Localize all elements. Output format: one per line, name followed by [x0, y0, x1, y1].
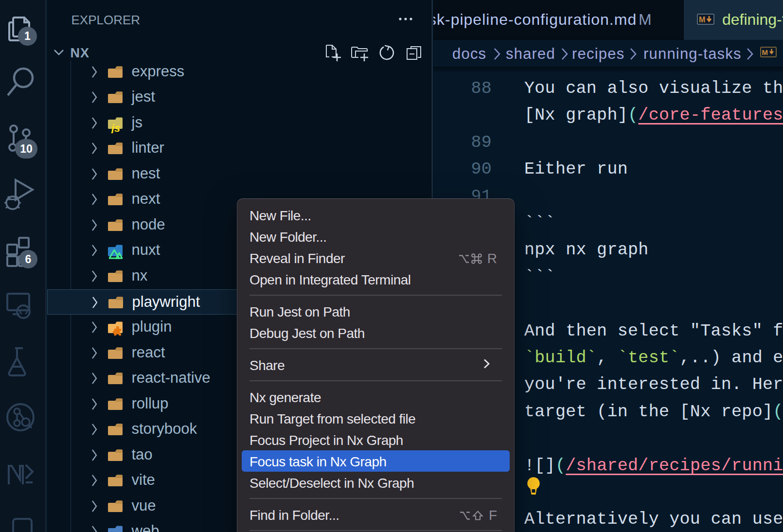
- svg-text:js: js: [110, 122, 120, 133]
